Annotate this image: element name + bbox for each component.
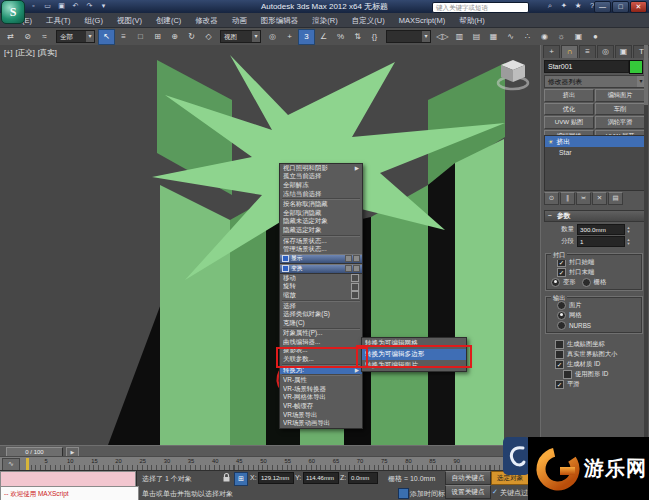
menu-item-MAXScriptxMx[interactable]: MAXScript(M)	[392, 14, 453, 27]
minimize-button[interactable]: —	[594, 1, 611, 13]
make-unique-icon[interactable]: ≍	[576, 192, 591, 205]
quad-title-display[interactable]: 显示	[280, 254, 362, 264]
y-coordinate-field[interactable]: 114.46mm	[303, 472, 339, 484]
absolute-offset-toggle-icon[interactable]: ⊞	[234, 472, 248, 486]
settings-box-icon[interactable]	[351, 274, 359, 282]
render-production[interactable]: ●	[587, 29, 604, 45]
quad-item-孤立当前选择[interactable]: 孤立当前选择	[280, 173, 362, 182]
current-frame-marker[interactable]	[26, 458, 29, 470]
configure-modifier-sets-icon[interactable]: ▤	[608, 192, 623, 205]
quad-item-VR场景导出[interactable]: VR场景导出	[280, 411, 362, 420]
search-icon[interactable]: ⌕	[545, 1, 555, 11]
modifier-button-优化[interactable]: 优化	[544, 103, 594, 116]
menu-item-xxxxx[interactable]: 图形编辑器	[254, 14, 306, 27]
quad-item-VR-场景转换器[interactable]: VR-场景转换器	[280, 385, 362, 394]
show-end-result-icon[interactable]: ∥	[560, 192, 575, 205]
z-coordinate-field[interactable]: 0.0mm	[348, 472, 378, 484]
radio-button[interactable]	[557, 301, 566, 310]
quad-item-曲线编辑器...[interactable]: 曲线编辑器...	[280, 338, 362, 347]
stack-item-Star[interactable]: Star	[545, 147, 644, 158]
quad-item-管理场景状态...[interactable]: 管理场景状态...	[280, 245, 362, 254]
radio-button[interactable]	[557, 321, 566, 330]
menu-item-xxxHx[interactable]: 帮助(H)	[452, 14, 491, 27]
quad-item-选择[interactable]: 选择	[280, 302, 362, 311]
tab-modify[interactable]: ∩	[561, 45, 578, 58]
spinner-icon[interactable]: ▲▼	[625, 224, 632, 235]
align[interactable]: ▥	[451, 29, 468, 45]
menu-item-xxxxUx[interactable]: 自定义(U)	[345, 14, 392, 27]
schematic-view[interactable]: ∴	[519, 29, 536, 45]
quad-item-关联参数...[interactable]: 关联参数...	[280, 355, 362, 364]
select-by-name[interactable]: ≡	[115, 29, 132, 45]
modifier-button-UVW 贴图[interactable]: UVW 贴图	[544, 116, 594, 129]
panel-scrollbar[interactable]	[644, 45, 648, 437]
checkbox[interactable]: ✓	[555, 380, 564, 389]
angle-snap-toggle[interactable]: ∠	[315, 29, 332, 45]
quad-item-移动[interactable]: 移动	[280, 274, 362, 283]
object-color-swatch[interactable]	[629, 60, 643, 74]
quad-item-VR-网格体导出[interactable]: VR-网格体导出	[280, 394, 362, 403]
quad-pin-icon[interactable]	[282, 265, 289, 272]
modifier-button-挤出[interactable]: 挤出	[544, 89, 594, 102]
menu-item-xxxVx[interactable]: 视图(V)	[110, 14, 149, 27]
modifier-button-编辑面片[interactable]: 编辑面片	[595, 89, 645, 102]
viewcube[interactable]	[494, 55, 534, 91]
track-bar[interactable]: ∿ 51015202530354045505560657075808590	[0, 456, 528, 471]
spinner-snap-toggle[interactable]: ⇅	[349, 29, 366, 45]
spinner-icon[interactable]: ▲▼	[625, 236, 632, 247]
select-and-manipulate[interactable]: +	[281, 29, 298, 45]
tab-create[interactable]: +	[543, 45, 560, 58]
maximize-button[interactable]: □	[612, 1, 629, 13]
mirror[interactable]: ◁▷	[434, 29, 451, 45]
submenu-item-转换为可编辑多边形[interactable]: 转换为可编辑多边形	[362, 349, 466, 360]
pin-stack-icon[interactable]: ⊙	[544, 192, 559, 205]
window-crossing-toggle[interactable]: ⊞	[149, 29, 166, 45]
perspective-viewport[interactable]: [+] [正交] [真实]	[0, 45, 541, 446]
material-editor[interactable]: ◉	[536, 29, 553, 45]
select-and-scale[interactable]: ◇	[200, 29, 217, 45]
quad-item-全部解冻[interactable]: 全部解冻	[280, 181, 362, 190]
quad-item-全部取消隐藏[interactable]: 全部取消隐藏	[280, 209, 362, 218]
named-selection-sets-dropdown[interactable]: ▾	[386, 30, 431, 43]
quad-item-摄影表...[interactable]: 摄影表...	[280, 347, 362, 356]
quad-item-隐藏未选定对象[interactable]: 隐藏未选定对象	[280, 218, 362, 227]
menu-item-xxx[interactable]: 修改器	[188, 14, 225, 27]
amount-field[interactable]: 300.0mm	[577, 224, 625, 235]
quad-item-缩放[interactable]: 缩放	[280, 291, 362, 300]
snaps-toggle-3d[interactable]: 3	[298, 29, 315, 45]
radio-button[interactable]	[582, 278, 591, 287]
object-name-field[interactable]: Star001	[544, 60, 629, 73]
menu-item-xxGx[interactable]: 组(G)	[78, 14, 110, 27]
parameters-rollout-header[interactable]: − 参数	[544, 210, 645, 222]
submenu-item-转换为可编辑网格[interactable]: 转换为可编辑网格	[362, 338, 466, 349]
select-and-move[interactable]: ⊕	[166, 29, 183, 45]
menu-item-xx[interactable]: 动画	[225, 14, 254, 27]
select-object[interactable]: ↖	[98, 29, 115, 45]
auto-key-button[interactable]: 自动关键点	[445, 471, 491, 485]
tab-display[interactable]: ▣	[615, 45, 632, 58]
rendered-frame-window[interactable]: ▣	[570, 29, 587, 45]
select-and-link[interactable]: ⇄	[2, 29, 19, 45]
render-setup[interactable]: ☼	[553, 29, 570, 45]
percent-snap-toggle[interactable]: %	[332, 29, 349, 45]
settings-box-icon[interactable]	[351, 291, 359, 299]
menu-item-xxxRx[interactable]: 渲染(R)	[305, 14, 344, 27]
quad-item-保存场景状态...[interactable]: 保存场景状态...	[280, 237, 362, 246]
tab-motion[interactable]: ◎	[597, 45, 614, 58]
quad-pin-icon[interactable]	[282, 255, 289, 262]
modifier-button-涡轮平滑[interactable]: 涡轮平滑	[595, 116, 645, 129]
selection-lock-icon[interactable]	[220, 472, 232, 484]
checkbox[interactable]	[555, 340, 564, 349]
quad-item-VR-属性[interactable]: VR-属性	[280, 376, 362, 385]
quad-item-旋转[interactable]: 旋转	[280, 283, 362, 292]
infocenter-search-input[interactable]: 键入关键字或短语	[432, 2, 529, 13]
edit-named-selection-sets[interactable]: {}	[366, 29, 383, 45]
quad-item-对象属性(P)...[interactable]: 对象属性(P)...	[280, 330, 362, 339]
curve-editor[interactable]: ∿	[502, 29, 519, 45]
listener-pane[interactable]: -- 欢迎使用 MAXScript	[0, 486, 139, 500]
bind-to-space-warp[interactable]: ≈	[36, 29, 53, 45]
lightbulb-icon[interactable]: ☀	[548, 138, 553, 145]
quad-title-transform[interactable]: 变换	[280, 264, 362, 274]
viewport-general-menu[interactable]: [+]	[4, 48, 13, 58]
menu-item-xxxCx[interactable]: 创建(C)	[149, 14, 188, 27]
